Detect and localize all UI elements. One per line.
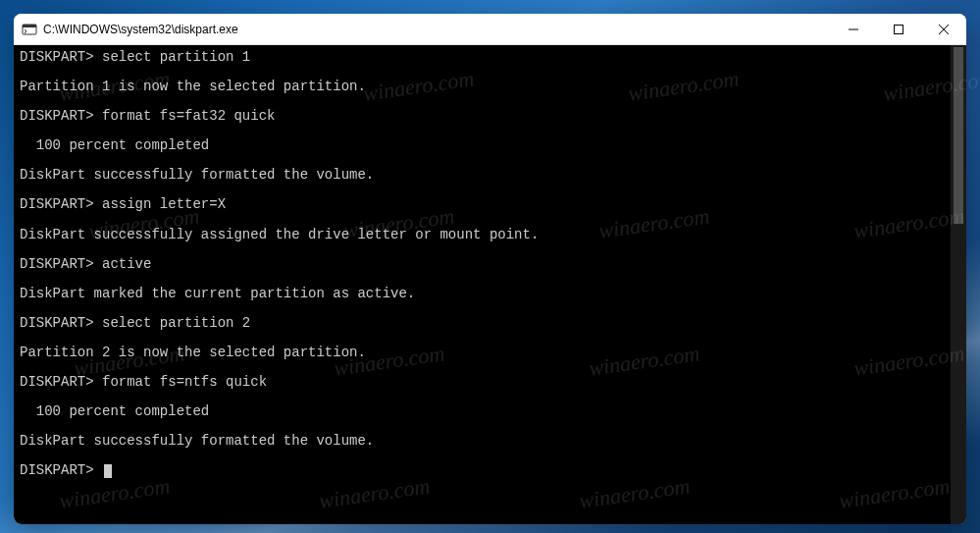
maximize-button[interactable] (876, 14, 921, 44)
console-area[interactable]: DISKPART> select partition 1Partition 1 … (14, 45, 966, 524)
console-line: 100 percent completed (20, 403, 960, 419)
console-line: Partition 2 is now the selected partitio… (20, 345, 960, 360)
close-button[interactable] (921, 14, 966, 44)
text-cursor (104, 464, 112, 478)
console-line: DISKPART> select partition 1 (20, 49, 960, 65)
scrollbar-thumb[interactable] (954, 47, 963, 224)
window-controls (831, 14, 966, 44)
console-line: DiskPart marked the current partition as… (20, 286, 960, 301)
console-line: DISKPART> select partition 2 (20, 315, 960, 331)
svg-rect-1 (23, 25, 36, 27)
console-line: DISKPART> active (20, 256, 960, 272)
console-line: DISKPART> assign letter=X (20, 196, 960, 212)
console-line: DiskPart successfully assigned the drive… (20, 227, 960, 242)
app-icon (22, 22, 37, 37)
console-line: DiskPart successfully formatted the volu… (20, 167, 960, 183)
console-line: DiskPart successfully formatted the volu… (20, 433, 960, 449)
console-line: DISKPART> format fs=ntfs quick (20, 374, 960, 390)
window-title: C:\WINDOWS\system32\diskpart.exe (43, 23, 831, 36)
vertical-scrollbar[interactable] (951, 45, 966, 524)
svg-rect-3 (895, 25, 903, 33)
minimize-button[interactable] (831, 14, 876, 44)
titlebar[interactable]: C:\WINDOWS\system32\diskpart.exe (14, 14, 966, 45)
console-output[interactable]: DISKPART> select partition 1Partition 1 … (14, 45, 966, 524)
console-line: Partition 1 is now the selected partitio… (20, 79, 960, 94)
console-line: DISKPART> format fs=fat32 quick (20, 108, 960, 124)
console-line: DISKPART> (20, 462, 960, 478)
console-line: 100 percent completed (20, 137, 960, 153)
terminal-window: C:\WINDOWS\system32\diskpart.exe DISKPAR… (14, 14, 966, 524)
